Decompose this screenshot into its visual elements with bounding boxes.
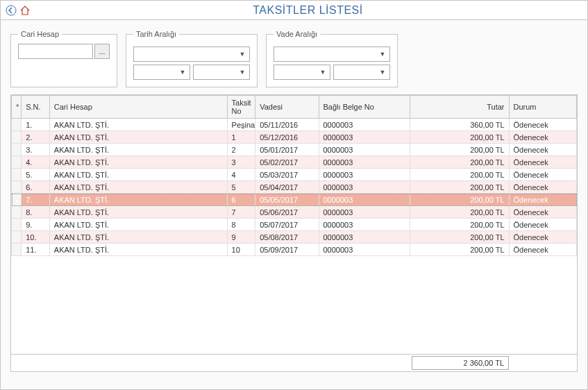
cell-durum[interactable]: Ödenecek (509, 194, 576, 206)
cell-durum[interactable]: Ödenecek (509, 131, 576, 144)
cell-cari[interactable]: AKAN LTD. ŞTİ. (49, 156, 227, 169)
col-sn[interactable]: S.N. (22, 96, 50, 119)
cell-belge[interactable]: 0000003 (319, 206, 410, 219)
cell-vadesi[interactable]: 05/08/2017 (255, 231, 319, 244)
cell-sn[interactable]: 2. (22, 131, 50, 144)
cell-belge[interactable]: 0000003 (319, 144, 410, 156)
cell-row-indicator[interactable] (12, 194, 22, 206)
cell-cari[interactable]: AKAN LTD. ŞTİ. (49, 169, 227, 181)
cell-sn[interactable]: 9. (22, 219, 50, 231)
col-taksit-no[interactable]: Taksit No (227, 96, 255, 119)
cell-belge[interactable]: 0000003 (319, 119, 410, 131)
cell-row-indicator[interactable] (12, 231, 22, 244)
table-row[interactable]: 2.AKAN LTD. ŞTİ.105/12/20160000003200,00… (12, 131, 577, 144)
cell-row-indicator[interactable] (12, 156, 22, 169)
cell-vadesi[interactable]: 05/09/2017 (255, 244, 319, 256)
tarih-from-date[interactable]: ▼ (133, 65, 190, 80)
table-row[interactable]: 6.AKAN LTD. ŞTİ.505/04/20170000003200,00… (12, 181, 577, 194)
cell-durum[interactable]: Ödenecek (509, 144, 576, 156)
cell-cari[interactable]: AKAN LTD. ŞTİ. (49, 244, 227, 256)
cell-sn[interactable]: 6. (22, 181, 50, 194)
table-row[interactable]: 8.AKAN LTD. ŞTİ.705/06/20170000003200,00… (12, 206, 577, 219)
cell-tutar[interactable]: 200,00 TL (410, 169, 509, 181)
cell-tutar[interactable]: 200,00 TL (410, 144, 509, 156)
table-row[interactable]: 5.AKAN LTD. ŞTİ.405/03/20170000003200,00… (12, 169, 577, 181)
cell-tutar[interactable]: 360,00 TL (410, 119, 509, 131)
table-row[interactable]: 9.AKAN LTD. ŞTİ.805/07/20170000003200,00… (12, 219, 577, 231)
cell-cari[interactable]: AKAN LTD. ŞTİ. (49, 119, 227, 131)
cell-row-indicator[interactable] (12, 131, 22, 144)
cell-vadesi[interactable]: 05/06/2017 (255, 206, 319, 219)
cell-taksit[interactable]: 6 (227, 194, 255, 206)
tarih-to-date[interactable]: ▼ (193, 65, 250, 80)
cell-vadesi[interactable]: 05/01/2017 (255, 144, 319, 156)
cell-vadesi[interactable]: 05/04/2017 (255, 181, 319, 194)
cell-cari[interactable]: AKAN LTD. ŞTİ. (49, 219, 227, 231)
cell-belge[interactable]: 0000003 (319, 244, 410, 256)
cell-sn[interactable]: 3. (22, 144, 50, 156)
cell-belge[interactable]: 0000003 (319, 194, 410, 206)
cell-row-indicator[interactable] (12, 169, 22, 181)
col-vadesi[interactable]: Vadesi (255, 96, 319, 119)
cell-cari[interactable]: AKAN LTD. ŞTİ. (49, 181, 227, 194)
vade-preset-combo[interactable]: ▼ (274, 46, 390, 62)
cell-tutar[interactable]: 200,00 TL (410, 181, 509, 194)
cell-durum[interactable]: Ödenecek (509, 231, 576, 244)
back-button[interactable] (5, 4, 17, 17)
cell-sn[interactable]: 5. (22, 169, 50, 181)
cell-sn[interactable]: 10. (22, 231, 50, 244)
cell-taksit[interactable]: 7 (227, 206, 255, 219)
cell-vadesi[interactable]: 05/12/2016 (255, 131, 319, 144)
cell-taksit[interactable]: 1 (227, 131, 255, 144)
table-row[interactable]: 11.AKAN LTD. ŞTİ.1005/09/20170000003200,… (12, 244, 577, 256)
vade-from-date[interactable]: ▼ (274, 65, 330, 80)
cari-hesap-lookup-button[interactable]: ... (94, 44, 110, 59)
cell-vadesi[interactable]: 05/11/2016 (255, 119, 319, 131)
cell-durum[interactable]: Ödenecek (509, 156, 576, 169)
tarih-preset-combo[interactable]: ▼ (133, 46, 250, 62)
vade-to-date[interactable]: ▼ (333, 65, 390, 80)
table-row[interactable]: 10.AKAN LTD. ŞTİ.905/08/20170000003200,0… (12, 231, 577, 244)
cell-vadesi[interactable]: 05/05/2017 (255, 194, 319, 206)
cell-belge[interactable]: 0000003 (319, 231, 410, 244)
cell-taksit[interactable]: 4 (227, 169, 255, 181)
cell-durum[interactable]: Ödenecek (509, 206, 576, 219)
cell-tutar[interactable]: 200,00 TL (410, 244, 509, 256)
cell-sn[interactable]: 7. (22, 194, 50, 206)
cell-row-indicator[interactable] (12, 206, 22, 219)
cell-sn[interactable]: 1. (22, 119, 50, 131)
cell-cari[interactable]: AKAN LTD. ŞTİ. (49, 206, 227, 219)
cell-cari[interactable]: AKAN LTD. ŞTİ. (49, 231, 227, 244)
cell-durum[interactable]: Ödenecek (509, 219, 576, 231)
cell-tutar[interactable]: 200,00 TL (410, 219, 509, 231)
cell-taksit[interactable]: 9 (227, 231, 255, 244)
cell-tutar[interactable]: 200,00 TL (410, 206, 509, 219)
cell-cari[interactable]: AKAN LTD. ŞTİ. (49, 194, 227, 206)
cell-cari[interactable]: AKAN LTD. ŞTİ. (49, 131, 227, 144)
cell-belge[interactable]: 0000003 (319, 131, 410, 144)
cell-tutar[interactable]: 200,00 TL (410, 131, 509, 144)
cell-durum[interactable]: Ödenecek (509, 169, 576, 181)
cell-vadesi[interactable]: 05/02/2017 (255, 156, 319, 169)
cell-taksit[interactable]: Peşinat (227, 119, 255, 131)
cell-tutar[interactable]: 200,00 TL (410, 231, 509, 244)
cell-belge[interactable]: 0000003 (319, 181, 410, 194)
cell-tutar[interactable]: 200,00 TL (410, 156, 509, 169)
cell-row-indicator[interactable] (12, 181, 22, 194)
home-button[interactable] (19, 4, 31, 17)
cell-durum[interactable]: Ödenecek (509, 119, 576, 131)
cell-sn[interactable]: 4. (22, 156, 50, 169)
table-row[interactable]: 7.AKAN LTD. ŞTİ.605/05/20170000003200,00… (12, 194, 577, 206)
cari-hesap-input[interactable] (18, 44, 93, 59)
col-tutar[interactable]: Tutar (410, 96, 509, 119)
cell-cari[interactable]: AKAN LTD. ŞTİ. (49, 144, 227, 156)
table-row[interactable]: 3.AKAN LTD. ŞTİ.205/01/20170000003200,00… (12, 144, 577, 156)
cell-belge[interactable]: 0000003 (319, 169, 410, 181)
col-indicator[interactable]: * (12, 96, 22, 119)
cell-durum[interactable]: Ödenecek (509, 244, 576, 256)
cell-sn[interactable]: 11. (22, 244, 50, 256)
cell-taksit[interactable]: 8 (227, 219, 255, 231)
cell-belge[interactable]: 0000003 (319, 156, 410, 169)
cell-belge[interactable]: 0000003 (319, 219, 410, 231)
cell-tutar[interactable]: 200,00 TL (410, 194, 509, 206)
